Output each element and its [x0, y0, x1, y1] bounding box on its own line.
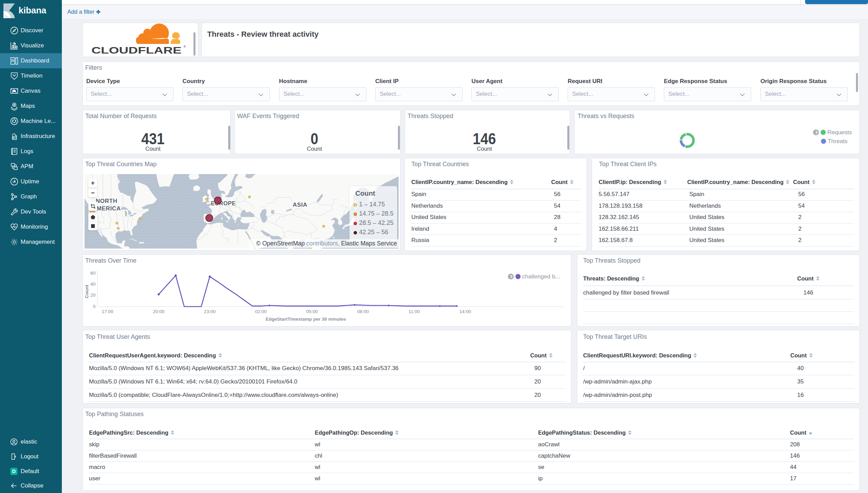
- svg-text:20: 20: [90, 293, 96, 298]
- svg-text:17:00: 17:00: [102, 309, 113, 314]
- svg-text:0: 0: [93, 304, 96, 309]
- svg-text:02:00: 02:00: [255, 309, 267, 314]
- svg-text:EdgeStartTimestamp per 30 minu: EdgeStartTimestamp per 30 minutes: [266, 317, 346, 322]
- svg-text:NORTH: NORTH: [96, 198, 118, 204]
- svg-text:40: 40: [90, 282, 96, 287]
- svg-text:ASIA: ASIA: [293, 202, 308, 208]
- svg-text:11:00: 11:00: [409, 309, 420, 314]
- svg-text:23:00: 23:00: [204, 309, 216, 314]
- svg-text:20:00: 20:00: [153, 309, 165, 314]
- svg-text:Count: Count: [84, 285, 89, 298]
- svg-text:14:00: 14:00: [459, 309, 471, 314]
- svg-text:®: ®: [183, 45, 186, 48]
- svg-text:D: D: [12, 469, 16, 474]
- svg-text:05:00: 05:00: [306, 309, 318, 314]
- svg-text:CLOUDFLARE: CLOUDFLARE: [91, 45, 181, 56]
- svg-text:60: 60: [90, 271, 96, 276]
- svg-text:08:00: 08:00: [357, 309, 369, 314]
